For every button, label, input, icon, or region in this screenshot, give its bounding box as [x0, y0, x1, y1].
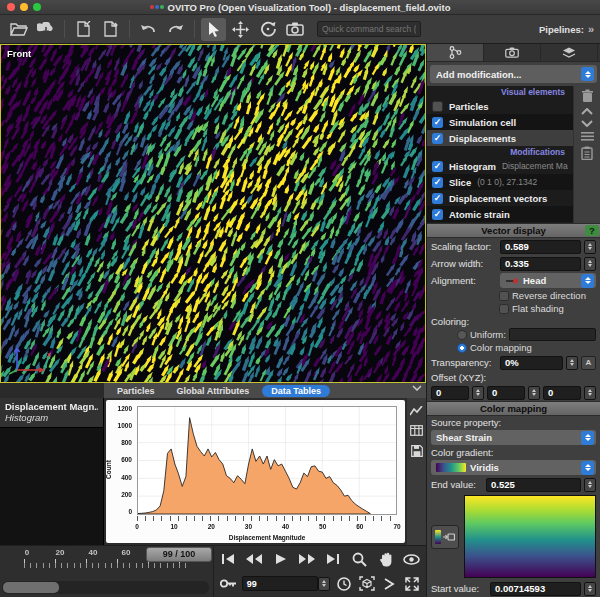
first-frame-button[interactable] [219, 550, 237, 568]
play-button[interactable] [272, 550, 290, 568]
move-modifier-down-button[interactable] [581, 120, 593, 127]
rotate-mode-button[interactable] [255, 18, 280, 41]
checkbox-unchecked[interactable] [432, 101, 443, 112]
spinner-arrows-icon[interactable] [584, 478, 596, 492]
zoom-mode-button[interactable] [350, 550, 368, 568]
spinner-arrows-icon[interactable] [584, 582, 596, 596]
toggle-modifier-groups-button[interactable] [581, 132, 594, 141]
radio-unselected[interactable] [457, 330, 467, 340]
auto-key-button[interactable] [219, 575, 237, 593]
viewport-front[interactable]: Front x [0, 44, 426, 383]
timeline-scrollbar[interactable] [2, 581, 209, 594]
pipeline-item-displacement-vectors[interactable]: ✓ Displacement vectors [427, 190, 573, 206]
radio-selected[interactable] [457, 343, 467, 353]
flat-shading-row[interactable]: Flat shading [427, 302, 600, 315]
tab-layers[interactable] [541, 44, 598, 61]
animation-settings-button[interactable] [335, 575, 353, 593]
checkbox-checked[interactable]: ✓ [432, 161, 443, 172]
delete-modifier-button[interactable] [581, 89, 594, 103]
pipeline-item-slice[interactable]: ✓ Slice (0 1 0), 27.1342 [427, 174, 573, 190]
transparency-field[interactable]: 0% [500, 356, 563, 370]
add-modification-dropdown[interactable]: Add modification... [430, 65, 597, 83]
checkbox-checked[interactable]: ✓ [432, 209, 443, 220]
table-mode-button[interactable] [410, 425, 423, 436]
quick-command-search-input[interactable] [317, 21, 421, 37]
pipeline-list[interactable]: Visual elements Particles ✓ Simulation c… [427, 86, 573, 223]
close-window-button[interactable] [7, 3, 15, 11]
color-gradient-dropdown[interactable]: Viridis [431, 460, 596, 475]
checkbox-checked[interactable]: ✓ [432, 117, 443, 128]
start-value-field[interactable]: 0.00714593 [490, 582, 581, 596]
zoom-window-button[interactable] [33, 3, 41, 11]
zoom-scene-extents-button[interactable] [358, 575, 376, 593]
open-file-button[interactable] [6, 18, 31, 41]
move-modifier-up-button[interactable] [581, 108, 593, 115]
pipeline-item-simulation-cell[interactable]: ✓ Simulation cell [427, 114, 573, 130]
tab-data-tables[interactable]: Data Tables [262, 385, 330, 397]
orbit-mode-button[interactable] [403, 550, 421, 568]
import-data-button[interactable] [71, 18, 96, 41]
pipelines-toggle[interactable]: Pipelines: » [539, 23, 594, 35]
redo-button[interactable] [163, 18, 188, 41]
color-mapping-coloring-row[interactable]: Color mapping [427, 341, 600, 354]
viewport-canvas[interactable] [1, 45, 425, 382]
alignment-dropdown[interactable]: Head [500, 273, 596, 288]
scaling-factor-field[interactable]: 0.589 [500, 240, 581, 254]
import-remote-file-button[interactable] [33, 18, 58, 41]
uniform-color-swatch[interactable] [509, 328, 596, 341]
uniform-coloring-row[interactable]: Uniform: [427, 328, 600, 341]
spinner-arrows-icon[interactable] [318, 577, 330, 591]
help-button[interactable]: ? [585, 225, 599, 236]
timeline-ruler[interactable]: 0 20 40 60 80 99 / 100 [0, 546, 214, 597]
last-frame-button[interactable] [324, 550, 342, 568]
arrow-width-field[interactable]: 0.335 [500, 257, 581, 271]
undo-button[interactable] [136, 18, 161, 41]
pipeline-item-particles[interactable]: Particles [427, 98, 573, 114]
spinner-arrows-icon[interactable] [566, 356, 578, 370]
render-button[interactable] [282, 18, 307, 41]
reverse-direction-row[interactable]: Reverse direction [427, 289, 600, 302]
selection-mode-button[interactable] [201, 18, 226, 41]
timeline-slider-thumb[interactable]: 99 / 100 [146, 547, 212, 562]
spinner-arrows-icon[interactable] [472, 386, 484, 400]
checkbox-checked[interactable]: ✓ [432, 133, 443, 144]
frame-spinbox[interactable]: 99 [242, 576, 318, 591]
offset-y-field[interactable]: 0 [487, 386, 525, 400]
checkbox-unchecked[interactable] [499, 291, 509, 301]
checkbox-checked[interactable]: ✓ [432, 177, 443, 188]
minimize-window-button[interactable] [20, 3, 28, 11]
timeline-scrollbar-thumb[interactable] [3, 582, 59, 593]
tab-pipeline[interactable] [427, 44, 484, 61]
save-data-button[interactable] [411, 445, 423, 457]
pan-mode-button[interactable] [377, 550, 395, 568]
previous-frame-button[interactable] [245, 550, 263, 568]
export-color-map-button[interactable] [431, 525, 459, 549]
animate-parameter-button[interactable]: A [581, 356, 596, 370]
pipeline-item-atomic-strain[interactable]: ✓ Atomic strain [427, 206, 573, 222]
data-table-list[interactable]: Displacement Magn... Histogram [0, 398, 104, 545]
source-property-dropdown[interactable]: Shear Strain [431, 430, 596, 445]
tab-particles[interactable]: Particles [108, 385, 164, 397]
spinner-arrows-icon[interactable] [528, 386, 540, 400]
spinner-arrows-icon[interactable] [584, 257, 596, 271]
checkbox-unchecked[interactable] [499, 304, 509, 314]
maximize-viewport-button[interactable] [403, 575, 421, 593]
export-data-button[interactable] [98, 18, 123, 41]
tab-render[interactable] [484, 44, 541, 61]
pipeline-item-displacements[interactable]: ✓ Displacements [427, 130, 573, 146]
paste-modifier-button[interactable] [581, 146, 593, 160]
plot-mode-button[interactable] [410, 406, 423, 416]
spinner-arrows-icon[interactable] [584, 386, 596, 400]
viewport-caption[interactable]: Front [7, 48, 31, 59]
command-prompt-button[interactable] [380, 575, 398, 593]
pipeline-item-histogram[interactable]: ✓ Histogram Displacement Magni [427, 158, 573, 174]
offset-z-field[interactable]: 0 [543, 386, 581, 400]
offset-x-field[interactable]: 0 [431, 386, 469, 400]
spinner-arrows-icon[interactable] [584, 240, 596, 254]
end-value-field[interactable]: 0.525 [486, 478, 581, 492]
collapse-inspector-button[interactable] [412, 385, 422, 391]
data-table-list-item[interactable]: Displacement Magn... Histogram [0, 398, 103, 428]
next-frame-button[interactable] [298, 550, 316, 568]
checkbox-checked[interactable]: ✓ [432, 193, 443, 204]
tab-global-attributes[interactable]: Global Attributes [168, 385, 259, 397]
